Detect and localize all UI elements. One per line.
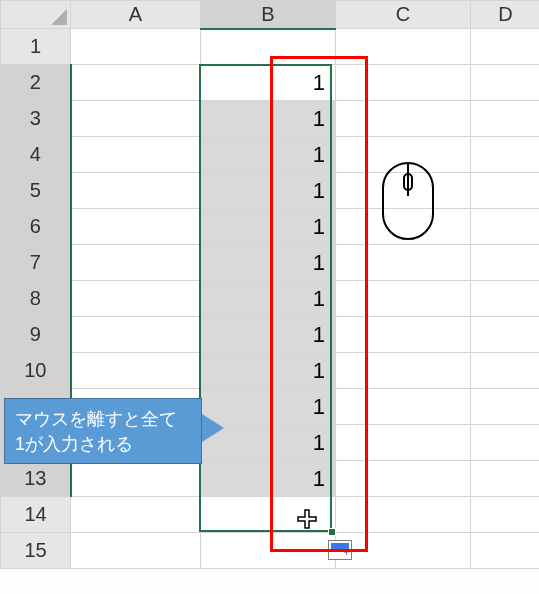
cell-b6[interactable]: 1 <box>201 209 336 245</box>
cell-d2[interactable] <box>471 65 540 101</box>
callout-line2: 1が入力される <box>15 434 133 454</box>
cell-b1[interactable] <box>201 29 336 65</box>
cell-a1[interactable] <box>71 29 201 65</box>
cell-d14[interactable] <box>471 497 540 533</box>
cell-a15[interactable] <box>71 533 201 569</box>
cell-c10[interactable] <box>336 353 471 389</box>
cell-c2[interactable] <box>336 65 471 101</box>
callout-arrow <box>202 414 224 442</box>
cell-c15[interactable] <box>336 533 471 569</box>
cell-c9[interactable] <box>336 317 471 353</box>
cell-value: 1 <box>201 70 325 96</box>
cell-d6[interactable] <box>471 209 540 245</box>
cell-d3[interactable] <box>471 101 540 137</box>
mouse-icon <box>378 158 438 244</box>
cell-value: 1 <box>201 214 325 240</box>
cell-value: 1 <box>201 178 325 204</box>
cell-value: 1 <box>201 286 325 312</box>
cell-value: 1 <box>201 106 325 132</box>
cell-b4[interactable]: 1 <box>201 137 336 173</box>
cell-value: 1 <box>201 142 325 168</box>
cell-b9[interactable]: 1 <box>201 317 336 353</box>
cell-a4[interactable] <box>71 137 201 173</box>
column-header-a[interactable]: A <box>71 1 201 29</box>
cell-d7[interactable] <box>471 245 540 281</box>
cell-b13[interactable]: 1 <box>201 461 336 497</box>
autofill-options-button[interactable]: + <box>328 540 352 560</box>
cell-b15[interactable] <box>201 533 336 569</box>
column-header-c[interactable]: C <box>336 1 471 29</box>
cell-d9[interactable] <box>471 317 540 353</box>
cell-d8[interactable] <box>471 281 540 317</box>
row-header-14[interactable]: 14 <box>1 497 71 533</box>
cell-c8[interactable] <box>336 281 471 317</box>
cell-a10[interactable] <box>71 353 201 389</box>
cell-a5[interactable] <box>71 173 201 209</box>
cell-d11[interactable] <box>471 389 540 425</box>
cell-a14[interactable] <box>71 497 201 533</box>
select-all-corner[interactable] <box>1 1 71 29</box>
annotation-callout: マウスを離すと全て 1が入力される <box>4 398 202 464</box>
cell-b10[interactable]: 1 <box>201 353 336 389</box>
row-header-10[interactable]: 10 <box>1 353 71 389</box>
fill-handle[interactable] <box>328 528 336 536</box>
cell-value: 1 <box>201 250 325 276</box>
row-header-13[interactable]: 13 <box>1 461 71 497</box>
row-header-7[interactable]: 7 <box>1 245 71 281</box>
cell-b3[interactable]: 1 <box>201 101 336 137</box>
cell-d4[interactable] <box>471 137 540 173</box>
row-header-5[interactable]: 5 <box>1 173 71 209</box>
cell-c12[interactable] <box>336 425 471 461</box>
cell-a13[interactable] <box>71 461 201 497</box>
cell-c13[interactable] <box>336 461 471 497</box>
cell-d15[interactable] <box>471 533 540 569</box>
plus-icon: + <box>344 548 349 558</box>
cell-a8[interactable] <box>71 281 201 317</box>
row-header-3[interactable]: 3 <box>1 101 71 137</box>
cell-b5[interactable]: 1 <box>201 173 336 209</box>
cell-c11[interactable] <box>336 389 471 425</box>
cell-c3[interactable] <box>336 101 471 137</box>
column-header-b[interactable]: B <box>201 1 336 29</box>
cell-value: 1 <box>201 466 325 492</box>
row-header-8[interactable]: 8 <box>1 281 71 317</box>
cell-d5[interactable] <box>471 173 540 209</box>
cell-a7[interactable] <box>71 245 201 281</box>
callout-line1: マウスを離すと全て <box>15 409 177 429</box>
cell-b8[interactable]: 1 <box>201 281 336 317</box>
cell-c7[interactable] <box>336 245 471 281</box>
row-header-1[interactable]: 1 <box>1 29 71 65</box>
spreadsheet-grid[interactable]: A B C D 1 21 31 41 51 61 71 81 91 101 11… <box>0 0 539 594</box>
cell-a6[interactable] <box>71 209 201 245</box>
cell-d13[interactable] <box>471 461 540 497</box>
cell-a2[interactable] <box>71 65 201 101</box>
cell-c1[interactable] <box>336 29 471 65</box>
row-header-2[interactable]: 2 <box>1 65 71 101</box>
cell-d10[interactable] <box>471 353 540 389</box>
cell-d12[interactable] <box>471 425 540 461</box>
cell-a3[interactable] <box>71 101 201 137</box>
cell-value: 1 <box>201 322 325 348</box>
cell-value: 1 <box>201 358 325 384</box>
row-header-15[interactable]: 15 <box>1 533 71 569</box>
cell-b14[interactable] <box>201 497 336 533</box>
row-header-4[interactable]: 4 <box>1 137 71 173</box>
cell-b7[interactable]: 1 <box>201 245 336 281</box>
row-header-9[interactable]: 9 <box>1 317 71 353</box>
cell-c14[interactable] <box>336 497 471 533</box>
row-header-6[interactable]: 6 <box>1 209 71 245</box>
cell-a9[interactable] <box>71 317 201 353</box>
cell-d1[interactable] <box>471 29 540 65</box>
cell-b2[interactable]: 1 <box>201 65 336 101</box>
column-header-d[interactable]: D <box>471 1 540 29</box>
